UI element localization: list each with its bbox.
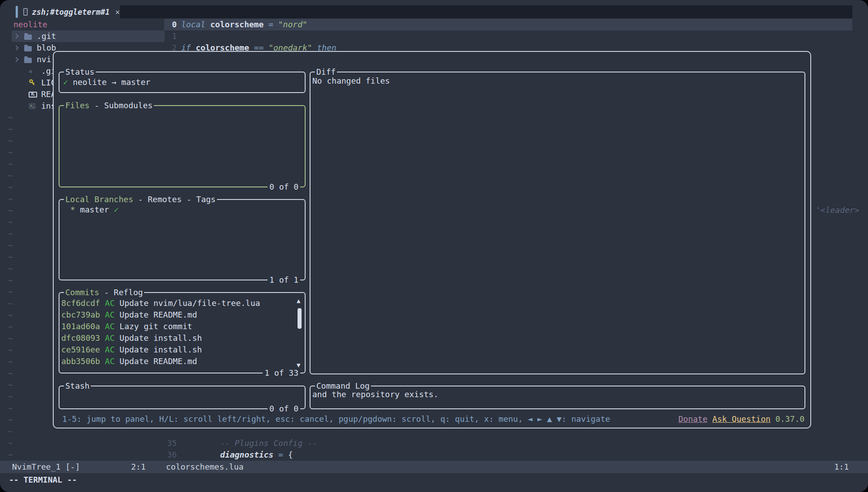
tilde-marker: ~	[8, 158, 13, 170]
tilde-marker: ~	[8, 298, 13, 310]
active-tab-indicator	[16, 6, 18, 18]
folder-icon	[24, 56, 33, 63]
code-line-1[interactable]: 1	[164, 30, 181, 42]
donate-link[interactable]: Donate	[678, 414, 707, 424]
line-number: 1	[164, 30, 177, 42]
status-panel-title: Status	[64, 67, 96, 77]
tilde-marker: ~	[8, 321, 13, 333]
folder-icon	[24, 45, 33, 51]
commit-row[interactable]: abb3506b AC Update README.md	[61, 356, 303, 367]
status-branch-text: neolite → master	[73, 77, 150, 87]
operator: =	[278, 450, 283, 459]
commit-row[interactable]: ce5916ee AC Update install.sh	[61, 344, 303, 356]
mode-indicator: -- TERMINAL --	[9, 473, 77, 487]
commit-message: Lazy git commit	[119, 322, 192, 331]
tab-files[interactable]: Files	[65, 101, 89, 110]
keyword: local	[181, 20, 205, 29]
tilde-marker: ~	[8, 356, 13, 368]
filetree-item-label: .git	[37, 30, 56, 42]
commit-hash: 101ad60a	[61, 322, 100, 331]
command-log-title: Command Log	[315, 381, 371, 391]
files-panel[interactable]: Files - Submodules 0 of 0	[59, 105, 306, 187]
chevron-right-icon	[13, 45, 18, 50]
tab-reflog[interactable]: - Reflog	[99, 288, 143, 297]
branches-panel[interactable]: Local Branches - Remotes - Tags * master…	[59, 199, 306, 280]
commits-panel-title: Commits - Reflog	[64, 287, 144, 298]
tab-toggleterm[interactable]: zsh;#toggleterm#1 ×	[13, 5, 120, 18]
lazygit-float-window: Status ✓ neolite → master Files - Submod…	[53, 51, 811, 428]
commit-row[interactable]: 101ad60a AC Lazy git commit	[61, 321, 303, 332]
diff-panel-title: Diff	[315, 67, 337, 77]
commit-row[interactable]: cbc739ab AC Update README.md	[61, 309, 303, 321]
files-count: 0 of 0	[268, 181, 300, 193]
scroll-up-icon[interactable]: ▲	[297, 297, 300, 304]
commit-message: Update nvim/lua/file-tree.lua	[119, 298, 260, 308]
tilde-marker: ~	[8, 251, 13, 263]
tilde-marker: ~	[8, 286, 13, 298]
tilde-marker: ~	[8, 333, 13, 344]
code-line-0[interactable]: 0local colorscheme = "nord"	[164, 19, 307, 30]
tab-close-icon[interactable]: ×	[115, 7, 120, 17]
gitignore-icon: ◆	[29, 68, 38, 75]
tab-title: zsh;#toggleterm#1	[32, 8, 110, 17]
tilde-marker: ~	[8, 403, 13, 414]
tilde-marker: ~	[8, 310, 13, 321]
commits-count: 1 of 33	[263, 367, 300, 379]
ask-question-link[interactable]: Ask Question	[712, 414, 770, 424]
scrollbar-thumb[interactable]	[298, 308, 302, 329]
commit-hash: abb3506b	[61, 356, 100, 366]
commit-author: AC	[105, 333, 115, 343]
commit-hash: dfc08093	[61, 333, 100, 343]
code-line-35[interactable]: 35-- Plugins Config --	[164, 437, 317, 449]
branches-count: 1 of 1	[268, 274, 300, 286]
terminal-window: zsh;#toggleterm#1 × neolite .git blob nv…	[0, 0, 868, 492]
tab-commits[interactable]: Commits	[65, 288, 99, 297]
tilde-marker: ~	[8, 414, 13, 426]
commit-hash: 8cf6dcdf	[61, 298, 100, 308]
statusline-buffer-name: NvimTree_1 [-]	[12, 461, 80, 473]
filetree-item-label: blob	[37, 42, 56, 54]
tilde-marker: ~	[8, 170, 13, 182]
tilde-marker: ~	[8, 275, 13, 286]
commit-message: Update install.sh	[119, 345, 202, 354]
line-number: 35	[164, 437, 177, 449]
version-label: 0.37.0	[775, 414, 804, 424]
license-key-icon	[29, 79, 38, 86]
tilde-marker: ~	[8, 216, 13, 228]
filetree-root-label: neolite	[13, 19, 47, 30]
files-panel-title: Files - Submodules	[64, 100, 154, 111]
commit-author: AC	[105, 298, 115, 308]
tab-local-branches[interactable]: Local Branches	[65, 195, 133, 204]
command-log-panel[interactable]: Command Log and the repository exists.	[310, 386, 805, 409]
tilde-marker: ~	[8, 263, 13, 275]
identifier: diagnostics	[220, 450, 273, 459]
commit-row[interactable]: dfc08093 AC Update install.sh	[61, 332, 303, 344]
footer-links: Donate Ask Question 0.37.0	[678, 413, 804, 425]
chevron-right-icon	[13, 57, 18, 62]
commit-row[interactable]: 8cf6dcdf AC Update nvim/lua/file-tree.lu…	[61, 297, 303, 309]
status-panel[interactable]: Status ✓ neolite → master	[59, 72, 306, 93]
commits-panel[interactable]: Commits - Reflog 8cf6dcdf AC Update nvim…	[59, 292, 306, 373]
tilde-marker: ~	[8, 449, 13, 461]
commits-scrollbar[interactable]: ▲ ▼	[296, 297, 303, 369]
code-line-36[interactable]: 36diagnostics = {	[164, 449, 293, 461]
tilde-marker: ~	[8, 193, 13, 205]
commit-author: AC	[105, 310, 115, 319]
tilde-marker: ~	[8, 205, 13, 216]
buffer-file-icon	[23, 8, 28, 16]
filetree-item-git[interactable]: .git	[12, 30, 165, 42]
tilde-marker: ~	[8, 228, 13, 240]
commit-hash: ce5916ee	[61, 345, 100, 354]
tilde-marker: ~	[8, 379, 13, 391]
check-icon: ✓	[63, 77, 68, 87]
tab-submodules[interactable]: - Submodules	[89, 101, 153, 110]
leader-hint: '<leader>	[816, 204, 859, 216]
filetree-item-label: nvi	[37, 54, 51, 65]
tilde-marker: ~	[8, 391, 13, 403]
diff-panel[interactable]: Diff No changed files	[310, 72, 805, 374]
tilde-marker: ~	[8, 112, 13, 123]
tabline-fill	[120, 5, 852, 18]
stash-panel[interactable]: Stash 0 of 0	[59, 386, 306, 409]
tab-remotes-tags[interactable]: - Remotes - Tags	[133, 195, 216, 204]
statusline-ruler: 1:1	[834, 461, 849, 473]
